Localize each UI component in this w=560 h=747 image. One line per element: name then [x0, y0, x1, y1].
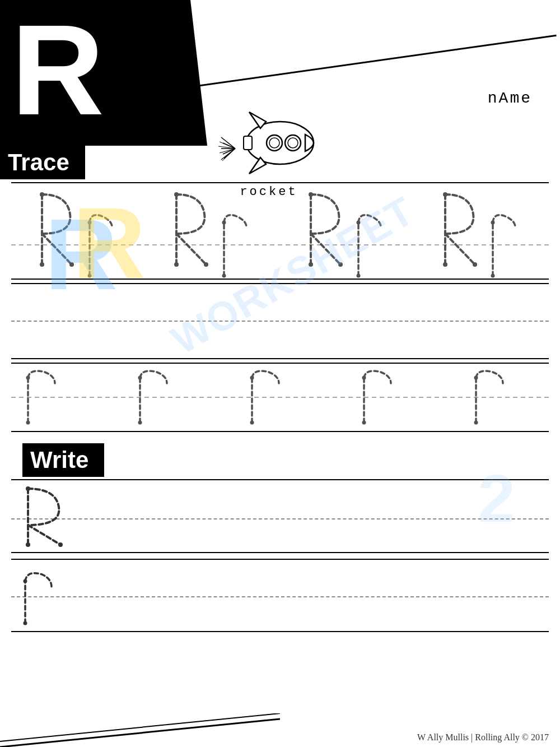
- worksheet-page: R r nAme: [0, 0, 560, 747]
- svg-point-45: [362, 376, 366, 380]
- svg-point-22: [174, 192, 179, 197]
- svg-point-51: [24, 621, 27, 625]
- write-example-R: [11, 480, 101, 553]
- footer: W Ally Mullis | Rolling Ally © 2017: [0, 713, 560, 747]
- trace-lowercase-r-letters: [11, 364, 549, 431]
- svg-point-42: [250, 421, 254, 425]
- svg-point-34: [473, 262, 477, 267]
- svg-point-50: [58, 542, 63, 547]
- trace-section-lower: [0, 363, 560, 432]
- name-label: nAme: [488, 90, 532, 107]
- svg-point-31: [357, 221, 361, 225]
- line-bottom-2: [11, 431, 549, 432]
- spacer-write: [0, 553, 560, 559]
- write-example-r: [11, 564, 73, 632]
- svg-point-24: [204, 262, 208, 267]
- blank-write-row-1: [0, 283, 560, 359]
- trace-label-box: Trace: [0, 146, 85, 179]
- svg-point-17: [40, 192, 44, 197]
- write-row-lower: [0, 559, 560, 632]
- svg-point-18: [40, 262, 44, 267]
- svg-point-35: [491, 274, 495, 278]
- svg-point-19: [69, 262, 74, 267]
- write-row-upper: [0, 479, 560, 553]
- svg-point-46: [474, 421, 478, 425]
- svg-point-48: [26, 486, 30, 491]
- svg-point-30: [357, 274, 361, 278]
- rocket-area: rocket: [213, 104, 325, 199]
- svg-point-38: [26, 421, 30, 425]
- write-label-text: Write: [30, 447, 88, 473]
- name-area: nAme: [488, 90, 532, 107]
- trace-label-text: Trace: [8, 149, 69, 175]
- svg-point-52: [24, 579, 27, 583]
- footer-diagonal-lines: [0, 713, 280, 747]
- diagonal-line: [185, 35, 557, 89]
- svg-point-43: [250, 376, 254, 380]
- svg-point-36: [491, 221, 495, 225]
- svg-point-44: [362, 421, 366, 425]
- svg-point-32: [443, 192, 447, 197]
- svg-point-14: [288, 138, 298, 148]
- rocket-illustration: [213, 104, 325, 182]
- svg-point-25: [222, 274, 226, 278]
- write-section-label: Write: [0, 439, 560, 477]
- header-section: R r nAme: [0, 0, 560, 179]
- svg-point-39: [26, 376, 30, 380]
- svg-point-13: [269, 138, 279, 148]
- svg-point-41: [138, 376, 142, 380]
- letter-R-uppercase: R: [11, 6, 104, 134]
- svg-point-28: [309, 262, 313, 267]
- svg-point-20: [88, 274, 92, 278]
- letter-r-lowercase: r: [129, 28, 166, 123]
- svg-point-40: [138, 421, 142, 425]
- write-label-box: Write: [22, 443, 104, 477]
- line-bottom-1: [11, 279, 549, 280]
- svg-point-47: [474, 376, 478, 380]
- svg-rect-15: [244, 136, 252, 150]
- svg-point-26: [222, 221, 226, 225]
- svg-point-33: [443, 262, 447, 267]
- svg-line-54: [0, 713, 280, 741]
- svg-point-29: [338, 262, 343, 267]
- svg-point-21: [88, 221, 92, 225]
- svg-point-23: [174, 262, 179, 267]
- svg-line-53: [0, 719, 280, 747]
- rocket-word-label: rocket: [240, 185, 297, 199]
- footer-credit: W Ally Mullis | Rolling Ally © 2017: [417, 732, 549, 743]
- svg-point-49: [26, 542, 30, 547]
